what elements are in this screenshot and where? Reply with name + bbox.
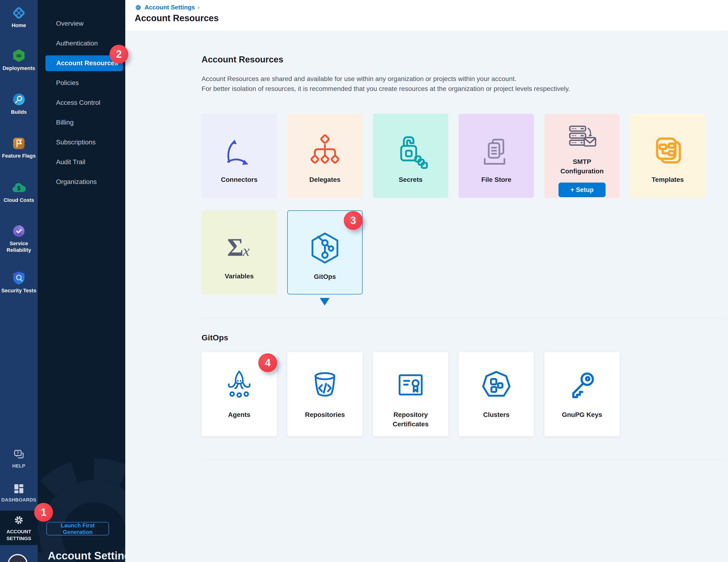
rail-item-builds[interactable]: Builds [0,92,38,115]
card-label: Repository Certificates [380,410,441,429]
home-icon [12,6,26,20]
settings-sidebar: Overview Authentication Account Resource… [38,0,125,562]
card-label: Connectors [221,175,258,184]
rail-item-feature-flags[interactable]: Feature Flags [0,137,38,159]
badge-number: 4 [265,357,271,369]
card-label: SMTP Configuration [551,157,613,176]
deployments-icon: ∞ [12,48,26,63]
rail-item-cloud-costs[interactable]: $ Cloud Costs [0,181,38,203]
rail-item-dashboards[interactable]: DASHBOARDS [0,483,38,503]
menu-item-audit-trail[interactable]: Audit Trail [38,152,125,172]
feature-flags-icon [12,137,26,150]
clusters-icon [479,369,514,404]
svg-text:Σ: Σ [227,233,244,261]
rail-item-label: Feature Flags [2,153,36,159]
card-smtp-configuration[interactable]: SMTP Configuration + Setup [544,114,620,198]
help-chat-icon: ? [13,449,24,460]
user-avatar[interactable]: MC [8,554,28,562]
card-file-store[interactable]: File Store [459,114,534,198]
menu-item-subscriptions[interactable]: Subscriptions [38,132,125,152]
breadcrumb-account-settings-link[interactable]: Account Settings [145,4,195,11]
menu-item-organizations[interactable]: Organizations [38,172,125,192]
rail-item-deployments[interactable]: ∞ Deployments [0,48,38,72]
card-label: Agents [228,410,251,420]
card-label: Secrets [399,175,422,184]
card-label: File Store [481,175,511,184]
badge-number: 1 [41,506,46,518]
service-reliability-icon [12,224,26,238]
annotation-badge-3: 3 [344,211,363,230]
section-description: Account Resources are shared and availab… [202,74,570,94]
file-store-icon [479,133,514,169]
gitops-icon [307,230,343,266]
dashboards-grid-icon [13,483,24,494]
gear-watermark-icon [38,445,125,562]
description-line: For better isolation of resources, it is… [202,84,570,94]
rail-item-service-reliability[interactable]: Service Reliability [0,224,38,253]
rail-item-label: ACCOUNT SETTINGS [4,528,34,542]
page-header: Account Settings › Account Resources [125,0,728,31]
menu-item-label: Subscriptions [56,138,96,146]
card-label: GitOps [314,272,336,282]
badge-number: 2 [116,48,122,60]
card-label: Templates [652,175,684,184]
menu-item-access-control[interactable]: Access Control [38,93,125,113]
card-delegates[interactable]: Delegates [287,114,363,198]
svg-text:?: ? [17,451,19,455]
launch-first-generation-button[interactable]: Launch First Generation [46,522,109,535]
annotation-badge-1: 1 [34,503,53,522]
menu-item-label: Authentication [56,40,98,47]
card-repositories[interactable]: Repositories [287,352,363,437]
section-divider [202,459,725,460]
card-templates[interactable]: Templates [630,114,705,198]
svg-text:$: $ [17,185,20,191]
annotation-badge-4: 4 [258,353,277,372]
sidebar-panel-title: Account Settings [48,549,125,562]
rail-item-label: Deployments [3,65,35,72]
breadcrumb: Account Settings › [135,4,200,11]
rail-item-label: Security Tests [1,288,36,294]
menu-item-billing[interactable]: Billing [38,113,125,132]
card-repository-certificates[interactable]: Repository Certificates [373,352,448,437]
annotation-badge-2: 2 [109,45,128,64]
templates-icon [650,133,685,169]
menu-item-label: Access Control [56,99,100,106]
section-divider [202,318,725,318]
agents-squid-icon [222,369,257,404]
rail-item-help[interactable]: ? HELP [0,449,38,469]
smtp-setup-button[interactable]: + Setup [558,182,606,197]
card-label: Repositories [305,410,345,420]
menu-item-policies[interactable]: Policies [38,73,125,93]
breadcrumb-gear-icon [135,4,142,11]
settings-menu: Overview Authentication Account Resource… [38,14,125,192]
gnupg-keys-icon [564,369,600,404]
page-title: Account Resources [135,13,219,23]
card-gnupg-keys[interactable]: GnuPG Keys [544,352,620,437]
delegates-icon [307,133,343,169]
avatar-initials: MC [13,560,22,562]
card-clusters[interactable]: Clusters [459,352,534,437]
resource-cards-row-2: Σx Variables GitOps [202,210,363,295]
rail-item-label: HELP [12,463,25,469]
smtp-icon [567,123,597,154]
svg-text:∞: ∞ [16,51,22,60]
rail-item-security-tests[interactable]: Security Tests [0,271,38,294]
card-variables[interactable]: Σx Variables [202,210,277,295]
gear-icon [13,514,25,526]
module-rail: Home ∞ Deployments Builds Feature Flags … [0,0,38,562]
variables-icon: Σx [222,230,257,265]
rail-item-account-settings[interactable]: ACCOUNT SETTINGS [0,511,38,545]
menu-item-overview[interactable]: Overview [38,14,125,33]
cloud-costs-icon: $ [12,181,26,194]
section-title: Account Resources [202,55,283,64]
secrets-icon [393,133,428,169]
menu-item-label: Audit Trail [56,158,85,166]
rail-item-home[interactable]: Home [0,6,38,29]
menu-item-label: Organizations [56,178,97,185]
main-content: Account Resources Account Resources are … [125,31,728,562]
repository-certificates-icon [393,369,428,404]
repositories-icon [307,369,343,404]
card-secrets[interactable]: Secrets [373,114,448,198]
connectors-icon [222,133,257,169]
card-connectors[interactable]: Connectors [202,114,277,198]
